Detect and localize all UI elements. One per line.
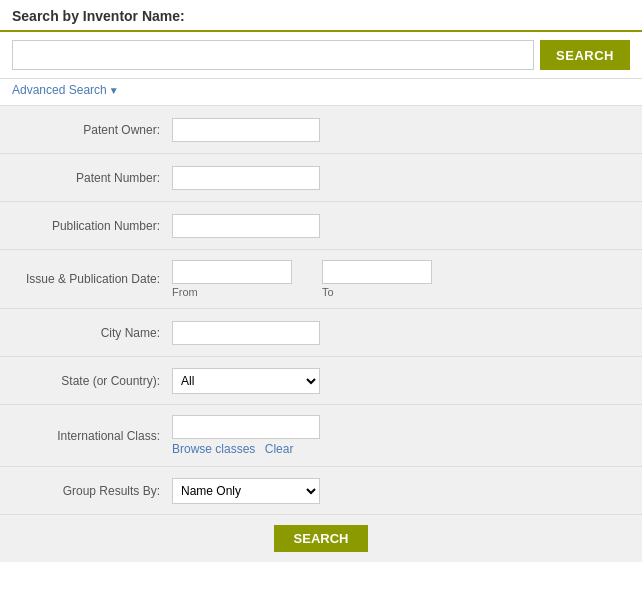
international-class-input[interactable] <box>172 415 320 439</box>
publication-number-row: Publication Number: <box>0 202 642 250</box>
state-row: State (or Country): All Alabama Alaska A… <box>0 357 642 405</box>
international-class-row: International Class: Browse classes Clea… <box>0 405 642 467</box>
browse-classes-link[interactable]: Browse classes <box>172 442 255 456</box>
patent-number-row: Patent Number: <box>0 154 642 202</box>
advanced-search-label: Advanced Search <box>12 83 107 97</box>
patent-number-label: Patent Number: <box>12 171 172 185</box>
patent-owner-label: Patent Owner: <box>12 123 172 137</box>
submit-row: SEARCH <box>0 515 642 562</box>
issue-date-label: Issue & Publication Date: <box>12 272 172 286</box>
search-button[interactable]: SEARCH <box>540 40 630 70</box>
international-class-area: Browse classes Clear <box>172 415 320 456</box>
patent-owner-row: Patent Owner: <box>0 106 642 154</box>
to-label: To <box>322 286 334 298</box>
advanced-panel: Patent Owner: Patent Number: Publication… <box>0 105 642 562</box>
city-name-label: City Name: <box>12 326 172 340</box>
group-results-label: Group Results By: <box>12 484 172 498</box>
advanced-search-toggle[interactable]: Advanced Search▼ <box>0 79 642 105</box>
page-title: Search by Inventor Name: <box>12 8 185 24</box>
international-class-label: International Class: <box>12 429 172 443</box>
publication-number-label: Publication Number: <box>12 219 172 233</box>
from-field-wrap: From <box>172 260 292 298</box>
submit-button[interactable]: SEARCH <box>274 525 369 552</box>
advanced-search-arrow: ▼ <box>109 85 119 96</box>
page-wrapper: Search by Inventor Name: SEARCH Advanced… <box>0 0 642 562</box>
clear-link[interactable]: Clear <box>265 442 294 456</box>
state-select[interactable]: All Alabama Alaska Arizona California Co… <box>172 368 320 394</box>
date-to-input[interactable] <box>322 260 432 284</box>
issue-date-row: Issue & Publication Date: From To <box>0 250 642 309</box>
group-results-row: Group Results By: Name Only Name and Cit… <box>0 467 642 515</box>
city-name-row: City Name: <box>0 309 642 357</box>
publication-number-input[interactable] <box>172 214 320 238</box>
patent-number-input[interactable] <box>172 166 320 190</box>
header-section: Search by Inventor Name: <box>0 0 642 32</box>
from-label: From <box>172 286 198 298</box>
browse-links: Browse classes Clear <box>172 442 299 456</box>
date-from-input[interactable] <box>172 260 292 284</box>
date-group: From To <box>172 260 432 298</box>
group-results-select[interactable]: Name Only Name and City Name and State N… <box>172 478 320 504</box>
state-label: State (or Country): <box>12 374 172 388</box>
search-bar-row: SEARCH <box>0 32 642 79</box>
city-name-input[interactable] <box>172 321 320 345</box>
inventor-search-input[interactable] <box>12 40 534 70</box>
to-field-wrap: To <box>322 260 432 298</box>
patent-owner-input[interactable] <box>172 118 320 142</box>
